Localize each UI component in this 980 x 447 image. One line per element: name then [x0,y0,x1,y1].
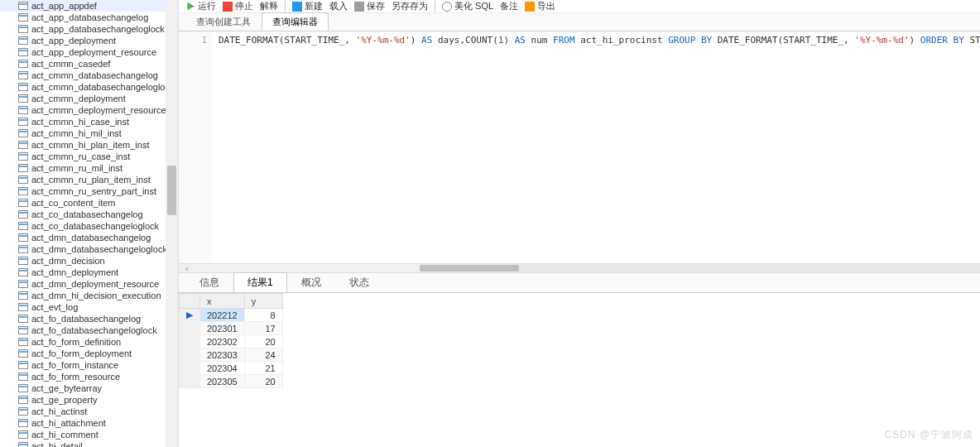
table-item[interactable]: act_app_appdef [0,0,178,12]
sql-text: ) [910,35,920,46]
table-item[interactable]: act_cmmn_hi_plan_item_inst [0,139,178,151]
cell-y[interactable]: 24 [244,348,282,362]
table-label: act_hi_actinst [31,406,87,416]
table-item[interactable]: act_cmmn_ru_mil_inst [0,162,178,174]
editor-hscrollbar[interactable] [420,264,980,272]
tab-status[interactable]: 状态 [335,272,383,292]
table-item[interactable]: act_fo_databasechangelog [0,313,178,324]
cell-y[interactable]: 20 [244,335,282,348]
tab-query-builder[interactable]: 查询创建工具 [185,12,262,31]
table-row[interactable]: ▶2022128 [180,309,283,322]
table-label: act_hi_attachment [31,418,106,428]
cell-y[interactable]: 20 [244,375,282,388]
beautify-button[interactable]: 美化 SQL [442,0,493,12]
table-item[interactable]: act_fo_form_definition [0,336,178,348]
cell-x[interactable]: 202302 [200,335,245,348]
table-row[interactable]: 20230117 [180,322,283,335]
sql-editor[interactable]: 1 DATE_FORMAT(START_TIME_, '%Y-%m-%d') A… [179,31,980,263]
result-grid[interactable]: x y ▶20221282023011720230220202303242023… [179,293,980,447]
saveas-button[interactable]: 另存存为 [392,0,428,12]
new-button[interactable]: 新建 [292,0,323,12]
save-button[interactable]: 保存 [354,0,385,12]
table-item[interactable]: act_cmmn_databasechangelog [0,70,178,81]
result-panel: 信息 结果1 概况 状态 x y ▶2022128202301172023022… [179,273,980,447]
table-item[interactable]: act_cmmn_databasechangeloglock [0,81,178,93]
explain-button[interactable]: 解释 [260,0,278,12]
table-item[interactable]: act_dmn_databasechangeloglock [0,243,178,255]
editor-hscrollbar-thumb[interactable] [420,265,519,272]
table-item[interactable]: act_dmn_deployment_resource [0,278,178,290]
table-item[interactable]: act_cmmn_casedef [0,58,178,70]
table-item[interactable]: act_co_databasechangeloglock [0,220,178,232]
tab-profile[interactable]: 概况 [287,272,335,292]
sql-text: act_hi_procinst [575,35,669,46]
cell-y[interactable]: 17 [244,322,282,335]
table-item[interactable]: act_cmmn_deployment [0,93,178,104]
load-button[interactable]: 载入 [329,0,348,12]
table-item[interactable]: act_cmmn_hi_case_inst [0,116,178,127]
table-row[interactable]: 20230520 [180,375,283,388]
tab-query-editor[interactable]: 查询编辑器 [262,12,329,31]
beautify-label: 美化 SQL [454,0,493,12]
cell-x[interactable]: 202212 [200,309,245,322]
table-item[interactable]: act_hi_detail [0,440,178,447]
watermark: CSDN @宁波阿成 [884,428,973,442]
table-icon [18,372,28,381]
cell-x[interactable]: 202301 [200,322,245,335]
sql-text: days,COUNT( [432,35,497,46]
table-label: act_app_databasechangelog [31,12,148,22]
memo-button[interactable]: 备注 [500,0,518,12]
table-item[interactable]: act_app_deployment_resource [0,46,178,58]
stop-button[interactable]: 停止 [223,0,253,12]
table-item[interactable]: act_app_databasechangelog [0,12,178,23]
table-item[interactable]: act_ge_bytearray [0,382,178,394]
cell-x[interactable]: 202303 [200,348,245,362]
row-pointer [180,322,200,335]
table-item[interactable]: act_fo_form_instance [0,359,178,371]
cell-x[interactable]: 202305 [200,375,245,388]
line-number: 1 [179,35,207,46]
table-item[interactable]: act_dmn_deployment [0,267,178,278]
export-button[interactable]: 导出 [525,0,555,12]
table-item[interactable]: act_hi_actinst [0,406,178,417]
table-item[interactable]: act_cmmn_hi_mil_inst [0,127,178,139]
table-icon [18,13,28,22]
table-row[interactable]: 20230324 [180,348,283,362]
table-label: act_cmmn_deployment [31,94,126,103]
table-item[interactable]: act_fo_form_resource [0,371,178,382]
sidebar-scrollbar-thumb[interactable] [167,166,176,215]
sidebar-scrollbar[interactable] [166,0,178,447]
table-item[interactable]: act_fo_databasechangeloglock [0,324,178,336]
tab-info[interactable]: 信息 [185,272,233,292]
cell-y[interactable]: 21 [244,362,282,375]
cell-y[interactable]: 8 [244,309,282,322]
table-item[interactable]: act_co_databasechangelog [0,209,178,220]
row-pointer [180,362,200,375]
sql-code[interactable]: DATE_FORMAT(START_TIME_, '%Y-%m-%d') AS … [212,31,980,263]
table-item[interactable]: act_hi_comment [0,429,178,440]
table-item[interactable]: act_app_databasechangeloglock [0,23,178,35]
table-item[interactable]: act_ge_property [0,394,178,406]
table-item[interactable]: act_dmn_hi_decision_execution [0,290,178,301]
table-item[interactable]: act_app_deployment [0,35,178,46]
table-item[interactable]: act_cmmn_ru_plan_item_inst [0,174,178,185]
table-icon [18,48,28,56]
table-item[interactable]: act_dmn_decision [0,255,178,267]
col-header-x[interactable]: x [200,294,245,309]
table-label: act_cmmn_deployment_resource [31,105,166,115]
run-button[interactable]: 运行 [185,0,216,12]
table-row[interactable]: 20230421 [180,362,283,375]
table-item[interactable]: act_evt_log [0,301,178,313]
tab-result1[interactable]: 结果1 [233,272,287,292]
table-item[interactable]: act_co_content_item [0,197,178,209]
table-label: act_ge_property [31,395,98,405]
table-item[interactable]: act_cmmn_ru_case_inst [0,151,178,162]
table-item[interactable]: act_hi_attachment [0,417,178,429]
table-row[interactable]: 20230220 [180,335,283,348]
col-header-y[interactable]: y [244,294,282,309]
table-item[interactable]: act_dmn_databasechangelog [0,232,178,243]
table-item[interactable]: act_cmmn_ru_sentry_part_inst [0,185,178,197]
table-item[interactable]: act_cmmn_deployment_resource [0,104,178,116]
table-item[interactable]: act_fo_form_deployment [0,348,178,359]
cell-x[interactable]: 202304 [200,362,245,375]
